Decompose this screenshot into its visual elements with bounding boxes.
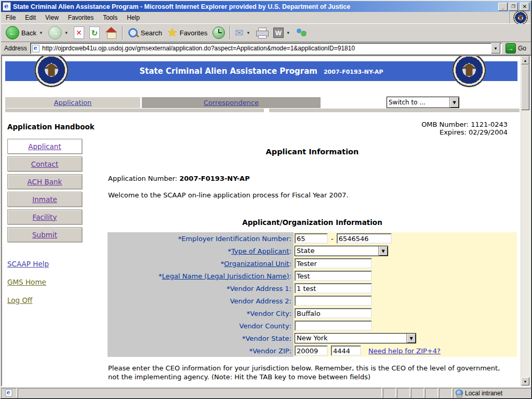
vendor-zip-input-1[interactable]: 20009 (295, 345, 328, 356)
mail-icon: ✉ (235, 28, 244, 38)
tab-application[interactable]: Application (5, 97, 140, 108)
back-button[interactable]: ← Back ▼ (3, 25, 46, 41)
sidebar-link-scaap-help[interactable]: SCAAP Help (7, 260, 49, 268)
switch-to-chevron-down-icon[interactable]: ▼ (449, 97, 459, 108)
vendor-zip-input-2[interactable]: 4444 (331, 345, 361, 356)
switch-to-select[interactable]: Switch to ... ▼ (387, 97, 459, 108)
security-zone-panel: Local intranet (453, 388, 531, 398)
tab-correspondence[interactable]: Correspondence (142, 97, 321, 108)
menu-file[interactable]: File (1, 12, 20, 23)
sidebar-item-ach-bank[interactable]: ACH Bank (7, 174, 82, 189)
form-row-organizational-unit: *Organizational Unit:Tester (108, 257, 517, 270)
application-number-label: Application Number: (108, 175, 179, 182)
sidebar-link-gms-home[interactable]: GMS Home (7, 278, 46, 286)
menu-favorites[interactable]: Favorites (63, 12, 98, 23)
edit-word-icon: W (273, 28, 284, 38)
vendor-state-chevron-down-icon[interactable]: ▼ (406, 334, 416, 343)
refresh-button[interactable]: ↻ (87, 25, 102, 40)
form-label-text: Vendor Address 2 (230, 297, 289, 305)
tab-application-link[interactable]: Application (54, 99, 92, 107)
address-chevron-down-icon[interactable]: ▼ (491, 43, 500, 54)
sidebar-item-contact[interactable]: Contact (7, 156, 82, 171)
browser-window: State Criminal Alien Assistance Program … (0, 0, 532, 399)
ceo-note-line1: Please enter the CEO information for you… (108, 364, 520, 373)
vertical-scrollbar[interactable]: ▲ ▼ (521, 56, 530, 385)
restore-button[interactable]: ❐ (509, 3, 518, 11)
sidebar-link-log-off[interactable]: Log Off (7, 296, 32, 304)
close-button[interactable]: ✕ (520, 3, 529, 11)
stop-button[interactable]: ✕ (71, 25, 87, 40)
application-number-line: Application Number: 2007-F0193-NY-AP (108, 175, 250, 182)
menu-edit[interactable]: Edit (20, 12, 41, 23)
menu-tools[interactable]: Tools (98, 12, 122, 23)
search-button[interactable]: Search (125, 26, 165, 39)
history-icon (212, 26, 225, 39)
home-button[interactable] (102, 26, 120, 39)
legal-name-legal-jurisdiction-name-input[interactable]: Test (295, 271, 372, 281)
form-row-type-of-applicant: *Type of Applicant:State▼ (108, 245, 517, 257)
sidebar-item-inmate[interactable]: Inmate (7, 192, 82, 207)
vendor-state-select[interactable]: New York▼ (295, 333, 416, 343)
history-button[interactable] (210, 25, 228, 40)
sidebar-item-applicant[interactable]: Applicant (7, 139, 82, 154)
sidebar-item-label: Submit (32, 231, 57, 239)
form-label-type-of-applicant: *Type of Applicant: (108, 245, 294, 257)
form-label-link[interactable]: Legal Name (Legal Jurisdiction Name) (162, 272, 289, 280)
vendor-state-select-value: New York (295, 334, 406, 343)
sidebar-item-submit[interactable]: Submit (7, 227, 82, 242)
application-number-value: 2007-F0193-NY-AP (179, 175, 249, 182)
address-url[interactable]: http://ojprdcweb41u.ojp.usdoj.gov/gmsext… (42, 45, 489, 52)
scrollbar-thumb[interactable] (521, 64, 529, 110)
ceo-note: Please enter the CEO information for you… (108, 364, 520, 381)
favorites-button[interactable]: ★ Favorites (165, 26, 210, 39)
address-label: Address (3, 45, 30, 52)
form-label-vendor-city: * Vendor City: (108, 307, 294, 320)
sidebar-item-label: Inmate (32, 195, 57, 204)
employer-identification-number-input-2[interactable]: 6546546 (337, 233, 392, 244)
vendor-address-2-input[interactable] (295, 296, 372, 306)
status-page-panel (1, 388, 17, 398)
vendor-city-input[interactable]: Buffalo (295, 308, 372, 318)
tab-correspondence-link[interactable]: Correspondence (204, 99, 259, 107)
mail-chevron-down-icon[interactable]: ▼ (246, 31, 250, 35)
minimize-button[interactable]: _ (498, 3, 508, 11)
form-label-vendor-address-2: Vendor Address 2: (108, 295, 294, 307)
zip-help-link[interactable]: Need help for ZIP+4? (368, 347, 441, 355)
scroll-down-icon[interactable]: ▼ (521, 377, 529, 385)
mail-button[interactable]: ✉ ▼ (232, 26, 253, 39)
organizational-unit-input[interactable]: Tester (295, 258, 372, 269)
sidebar-item-facility[interactable]: Facility (7, 209, 82, 224)
messenger-button[interactable] (293, 26, 311, 39)
type-of-applicant-chevron-down-icon[interactable]: ▼ (378, 246, 388, 256)
form-label-text: Employer Identification Number (181, 235, 289, 243)
type-of-applicant-select[interactable]: State▼ (295, 246, 388, 256)
form-label-text: Vendor State (245, 335, 289, 342)
address-input[interactable]: http://ojprdcweb41u.ojp.usdoj.gov/gmsext… (30, 43, 502, 54)
form-value-vendor-city: Buffalo (294, 307, 517, 320)
form-label-legal-name-legal-jurisdiction-name: *Legal Name (Legal Jurisdiction Name): (108, 270, 294, 282)
employer-identification-number-input-1[interactable]: 65 (295, 233, 328, 244)
menu-help[interactable]: Help (122, 12, 144, 23)
scaap-page: State Criminal Alien Assistance Program … (2, 56, 521, 385)
doj-mini-seal-icon (513, 10, 528, 25)
browser-toolbar: ← Back ▼ → ▼ ✕ ↻ Search ★ Favorites (1, 24, 531, 42)
vendor-address-1-input[interactable]: 1 test (295, 283, 372, 294)
form-row-vendor-city: * Vendor City:Buffalo (108, 307, 517, 320)
throbber-area (510, 12, 531, 23)
menu-view[interactable]: View (41, 12, 63, 23)
favorites-label: Favorites (180, 29, 207, 37)
print-icon (256, 28, 268, 38)
vendor-county-input[interactable] (295, 321, 372, 331)
scroll-up-icon[interactable]: ▲ (521, 56, 529, 64)
print-button[interactable] (253, 26, 271, 39)
go-button[interactable]: → Go (504, 43, 529, 54)
sidebar-item-label: ACH Bank (28, 178, 62, 186)
form-label-link[interactable]: Type of Applicant (231, 247, 289, 255)
back-chevron-down-icon[interactable]: ▼ (39, 31, 43, 35)
edit-with-word-button[interactable]: W ▼ (271, 26, 293, 39)
form-label-link[interactable]: Organizational Unit (224, 260, 289, 268)
forward-chevron-down-icon[interactable]: ▼ (64, 31, 69, 35)
forward-button[interactable]: → ▼ (46, 25, 71, 41)
sidebar-heading: Application Handbook (7, 123, 95, 131)
edit-chevron-down-icon[interactable]: ▼ (286, 31, 290, 35)
